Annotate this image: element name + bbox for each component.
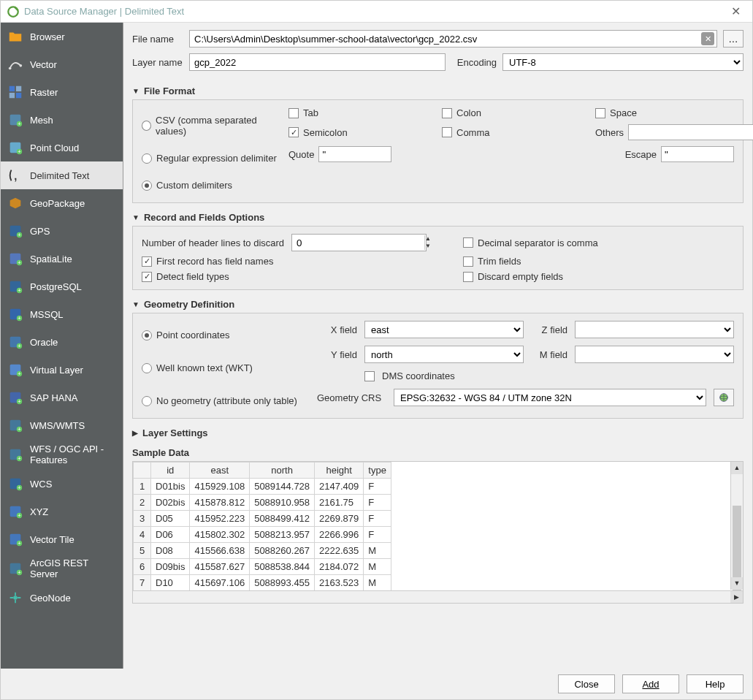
encoding-select[interactable]: UTF-8 [502,53,744,71]
table-row: 3D05415952.2235088499.4122269.879F [134,511,391,527]
file-format-header[interactable]: ▼ File Format [132,83,744,99]
layer-name-input[interactable] [189,53,446,71]
scroll-down-icon[interactable]: ▼ [731,577,743,590]
table-cell: 2147.409 [315,479,364,495]
quote-input[interactable] [318,146,391,162]
delimited-icon: , [7,167,24,184]
sidebar-item-spatialite[interactable]: +SpatiaLite [1,245,123,273]
crs-picker-button[interactable] [714,389,734,406]
m-field-select[interactable] [575,346,734,363]
column-header[interactable]: north [250,463,315,479]
check-decimal-comma[interactable] [463,237,473,248]
scroll-up-icon[interactable]: ▲ [731,462,743,474]
table-cell: 415587.627 [190,559,250,575]
sidebar-item-wcs[interactable]: +WCS [1,470,123,498]
check-trim[interactable] [463,256,473,267]
sidebar-item-folder[interactable]: Browser [1,23,123,50]
row-number[interactable]: 3 [134,511,151,527]
horizontal-scrollbar[interactable]: ▶ [133,590,743,603]
check-semicolon[interactable]: ✓ [288,127,299,137]
table-cell: 5088213.957 [250,527,315,543]
radio-regex[interactable] [142,153,152,164]
crs-select[interactable]: EPSG:32632 - WGS 84 / UTM zone 32N [394,389,706,406]
column-header[interactable]: type [364,463,391,479]
y-field-select[interactable]: north [364,346,524,363]
sidebar-item-saphana[interactable]: +SAP HANA [1,384,123,411]
sidebar-item-pointcloud[interactable]: +Point Cloud [1,134,123,161]
check-colon[interactable] [442,108,452,118]
table-cell: 415929.108 [190,479,250,495]
sidebar-item-label: Vector Tile [30,534,74,545]
radio-wkt[interactable] [142,363,152,373]
sample-table-wrap: ideastnorthheighttype1D01bis415929.10850… [132,461,744,604]
escape-input[interactable] [661,146,734,162]
sidebar-item-label: SpatiaLite [30,254,72,265]
add-button[interactable]: Add [622,674,679,693]
column-header[interactable]: height [315,463,364,479]
table-cell: F [364,511,391,527]
sidebar-item-oracle[interactable]: +Oracle [1,328,123,356]
sidebar-item-delimited[interactable]: ,Delimited Text [1,161,123,189]
close-icon[interactable]: ✕ [725,4,746,18]
check-first-record[interactable]: ✓ [142,256,152,267]
check-dms[interactable] [364,371,375,381]
help-button[interactable]: Help [687,674,744,693]
column-header[interactable]: east [190,463,250,479]
svg-text:+: + [18,287,20,294]
check-space[interactable] [595,108,605,118]
row-number[interactable]: 6 [134,559,151,575]
sidebar-item-wms[interactable]: +WMS/WMTS [1,411,123,439]
row-number[interactable]: 1 [134,479,151,495]
radio-custom[interactable] [142,180,152,191]
radio-nogeom[interactable] [142,396,152,406]
records-header[interactable]: ▼ Record and Fields Options [132,209,744,226]
custom-label: Custom delimiters [156,180,232,191]
close-button[interactable]: Close [558,674,615,693]
sidebar-item-virtual[interactable]: +Virtual Layer [1,356,123,384]
x-field-select[interactable]: east [364,321,524,338]
check-comma[interactable] [442,127,452,137]
check-detect[interactable]: ✓ [142,272,152,282]
sidebar-item-geopackage[interactable]: GeoPackage [1,189,123,217]
layer-settings-header[interactable]: ▶ Layer Settings [132,425,744,441]
sidebar-item-raster[interactable]: Raster [1,78,123,106]
spin-down-icon[interactable]: ▼ [425,243,431,250]
y-field-label: Y field [317,349,357,360]
sidebar-item-wfs[interactable]: +WFS / OGC API - Features [1,439,123,470]
sidebar-item-label: MSSQL [30,309,64,320]
spin-up-icon[interactable]: ▲ [425,235,431,243]
sidebar-item-label: Point Cloud [30,142,79,153]
sidebar-item-geonode[interactable]: GeoNode [1,584,123,612]
radio-point[interactable] [142,330,152,341]
sidebar-item-xyz[interactable]: +XYZ [1,498,123,525]
z-field-select[interactable] [575,321,734,338]
vertical-scrollbar[interactable]: ▲ ▼ [730,462,743,590]
row-number[interactable]: 2 [134,495,151,511]
check-discard-empty[interactable] [463,272,473,282]
sidebar-item-mesh[interactable]: +Mesh [1,106,123,134]
check-tab[interactable] [288,108,299,118]
sidebar-item-vector[interactable]: Vector [1,50,123,78]
file-name-input[interactable] [189,30,717,47]
sidebar-item-postgresql[interactable]: +PostgreSQL [1,273,123,300]
browse-button[interactable]: … [723,30,744,47]
row-number[interactable]: 4 [134,527,151,543]
sidebar-item-mssql[interactable]: +MSSQL [1,300,123,328]
table-cell: 5088538.844 [250,559,315,575]
sidebar-item-gps[interactable]: +GPS [1,217,123,245]
radio-csv[interactable] [142,121,151,131]
sidebar-item-vectortile[interactable]: +Vector Tile [1,525,123,553]
sidebar-item-label: GeoNode [30,593,71,604]
geometry-header[interactable]: ▼ Geometry Definition [132,296,744,313]
column-header[interactable]: id [151,463,190,479]
clear-file-icon[interactable]: ✕ [701,32,714,45]
table-cell: 2184.072 [315,559,364,575]
mssql-icon: + [7,305,24,323]
others-input[interactable] [628,124,753,140]
scroll-right-icon[interactable]: ▶ [730,591,743,604]
header-lines-spinner[interactable]: ▲▼ [291,234,427,251]
row-number[interactable]: 7 [134,575,151,591]
chevron-down-icon: ▼ [132,87,139,95]
sidebar-item-arcgis[interactable]: +ArcGIS REST Server [1,553,123,584]
row-number[interactable]: 5 [134,543,151,559]
